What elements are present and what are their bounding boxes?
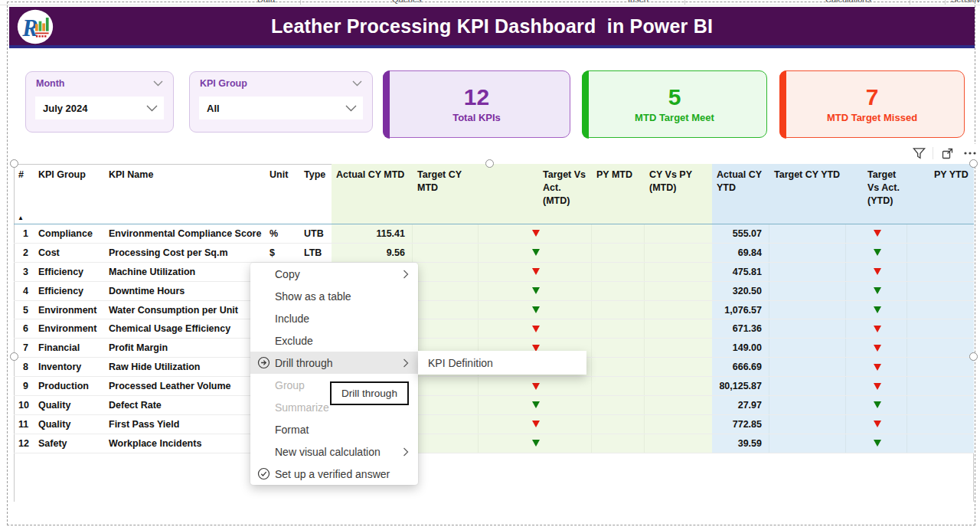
cell-target-vs-act-ytd [846,396,907,414]
column-header-target-vs-act-mtd[interactable]: Target Vs Act. (MTD) [479,164,592,224]
resize-handle-top-left[interactable] [10,159,18,168]
target-missed-triangle-icon [532,326,540,332]
resize-handle-top-right[interactable] [969,159,978,168]
mtd-target-missed-card[interactable]: 7 MTD Target Missed [779,70,965,138]
page-title: Leather Processing KPI Dashboard in Powe… [9,15,975,38]
total-kpis-card[interactable]: 12 Total KPIs [383,70,570,138]
menu-item-exclude[interactable]: Exclude [250,329,418,352]
column-header-kpi-group[interactable]: KPI Group [34,164,104,224]
cell-kpi-name: Water Consumption per Unit [104,301,265,319]
mtd-target-missed-label: MTD Target Missed [827,112,917,123]
table-row[interactable]: 12SafetyWorkplace Incidents39.59 [14,434,974,453]
cell-index: 4 [14,282,34,300]
ribbon-tab-insert[interactable]: Insert [628,0,649,4]
ribbon-strip: Data Queries Insert Calculations Sensiti… [0,0,980,5]
month-dropdown[interactable]: July 2024 [35,97,164,119]
column-header-unit[interactable]: Unit [265,164,299,224]
column-header-py-ytd[interactable]: PY YTD [907,164,974,224]
cell-py-mtd [592,301,645,319]
cell-index: 11 [14,415,34,434]
table-row[interactable]: 11QualityFirst Pass Yield772.85 [14,415,974,434]
resize-handle-right-middle[interactable] [969,352,978,361]
cell-actual-cy-ytd: 1,076.57 [712,301,769,319]
table-row[interactable]: 4EfficiencyDowntime Hours320.50 [14,282,974,301]
cell-actual-cy-ytd: 39.59 [712,434,769,453]
column-header-py-mtd[interactable]: PY MTD [592,164,645,224]
ribbon-tab-calculations[interactable]: Calculations [825,0,871,4]
column-header-target-cy-mtd[interactable]: Target CY MTD [413,164,479,224]
filter-icon[interactable] [910,145,928,162]
ribbon-tab-data[interactable]: Data [257,0,275,4]
cell-target-vs-act-ytd [846,377,907,395]
focus-mode-icon[interactable] [938,145,956,162]
table-header-row: # KPI Group KPI Name Unit Type Actual CY… [14,164,974,224]
column-header-kpi-name[interactable]: KPI Name [104,164,265,224]
cell-target-vs-act-mtd [479,263,592,281]
cell-kpi-group: Quality [34,415,104,434]
cell-py-mtd [592,415,645,434]
target-met-triangle-icon [532,306,540,313]
resize-handle-left-middle[interactable] [10,352,18,361]
menu-item-kpi-definition[interactable]: KPI Definition [418,357,493,369]
resize-handle-top-center[interactable] [485,159,494,168]
column-header-target-vs-act-ytd[interactable]: Target Vs Act. (YTD) [846,164,907,224]
cell-target-cy-ytd [769,434,846,453]
target-missed-triangle-icon [874,421,881,427]
cell-actual-cy-ytd: 671.36 [712,319,769,338]
mtd-target-meet-card[interactable]: 5 MTD Target Meet [582,70,767,138]
cell-kpi-name: Machine Utilization [104,263,265,281]
table-row[interactable]: 3EfficiencyMachine Utilization475.81 [14,263,974,282]
table-row[interactable]: 9ProductionProcessed Leather Volume80,12… [14,377,974,396]
column-header-target-cy-ytd[interactable]: Target CY YTD [769,164,846,224]
table-row[interactable]: 1ComplianceEnvironmental Compliance Scor… [14,224,974,244]
chevron-down-icon[interactable] [153,80,163,87]
cell-actual-cy-ytd: 69.84 [712,244,769,262]
table-row[interactable]: 6EnvironmentChemical Usage Efficiency671… [14,319,974,339]
target-missed-triangle-icon [874,345,881,352]
table-row[interactable]: 10QualityDefect Rate27.97 [14,396,974,415]
column-header-index[interactable]: # [14,164,34,224]
target-met-triangle-icon [874,249,881,256]
card-accent-bar [779,70,786,139]
cell-target-cy-mtd [413,244,479,262]
menu-item-label: Exclude [257,335,403,347]
cell-py-ytd [907,224,974,243]
chevron-down-icon[interactable] [345,105,357,112]
target-met-triangle-icon [532,249,540,256]
more-options-icon[interactable] [961,145,979,162]
menu-item-drill-through[interactable]: Drill through [250,352,418,374]
ribbon-tab-sensitivity[interactable]: Sensitivity [951,0,980,4]
column-header-actual-cy-mtd[interactable]: Actual CY MTD [332,164,413,224]
chevron-down-icon[interactable] [352,80,362,87]
cell-unit: $ [265,244,299,262]
power-bi-report-canvas: Data Queries Insert Calculations Sensiti… [0,0,980,527]
column-header-actual-cy-ytd[interactable]: Actual CY YTD [712,164,769,224]
kpi-group-dropdown[interactable]: All [199,97,363,119]
cell-kpi-name: Raw Hide Utilization [104,358,265,376]
menu-item-new-visual-calculation[interactable]: New visual calculation [250,440,418,463]
cell-target-cy-mtd [413,377,479,395]
menu-item-include[interactable]: Include [250,307,418,329]
column-header-cy-vs-py-mtd[interactable]: CY Vs PY (MTD) [645,164,712,224]
table-row[interactable]: 2CostProcessing Cost per Sq.m$LTB9.5669.… [14,244,974,263]
sort-ascending-icon[interactable]: ▲ [18,214,24,221]
ribbon-tab-queries[interactable]: Queries [392,0,422,4]
cell-target-cy-ytd [769,415,846,434]
chevron-down-icon[interactable] [146,105,158,112]
cell-kpi-name: Profit Margin [104,339,265,357]
mtd-target-missed-value: 7 [866,86,879,109]
menu-item-format[interactable]: Format [250,418,418,440]
table-row[interactable]: 5EnvironmentWater Consumption per Unit1,… [14,301,974,320]
target-met-triangle-icon [874,287,881,294]
target-met-triangle-icon [532,440,540,447]
cell-kpi-group: Environment [34,301,104,319]
menu-item-copy[interactable]: Copy [250,263,418,285]
column-header-type[interactable]: Type [299,164,332,224]
menu-item-show-as-a-table[interactable]: Show as a table [250,285,418,307]
cell-target-vs-act-mtd [479,319,592,338]
cell-target-cy-mtd [413,396,479,414]
target-met-triangle-icon [874,440,881,447]
cell-index: 6 [14,319,34,338]
cell-target-vs-act-mtd [479,377,592,395]
menu-item-set-up-a-verified-answer[interactable]: Set up a verified answer [250,463,418,485]
